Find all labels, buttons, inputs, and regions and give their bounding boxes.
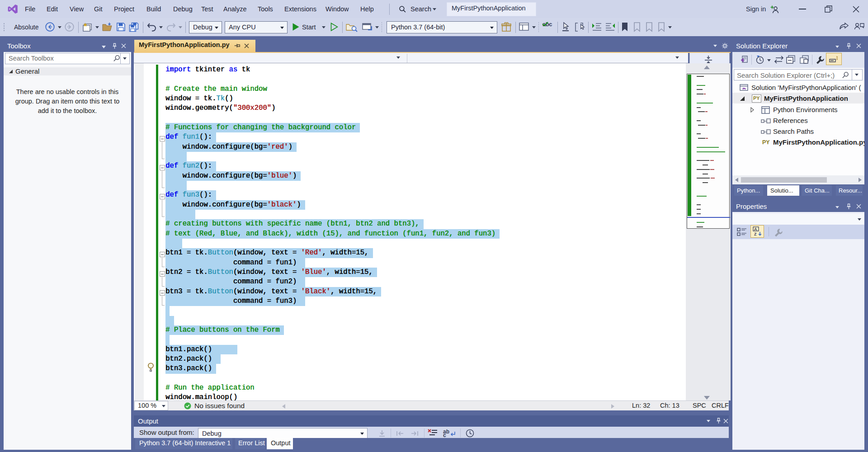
svg-text:Z: Z <box>754 232 757 236</box>
svg-text:A: A <box>754 227 757 231</box>
